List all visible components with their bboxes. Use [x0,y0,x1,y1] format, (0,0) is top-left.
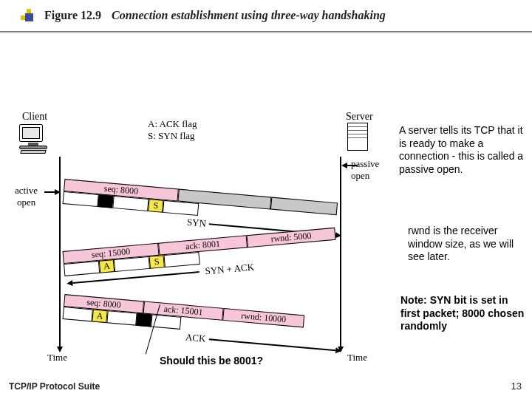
synack-flag-s: S [149,255,165,269]
flag-pad [63,191,99,207]
seq-question: Should this be 8001? [160,355,263,366]
active-open-arrow [44,191,55,193]
slide-header: Figure 12.9 Connection establishment usi… [21,9,517,22]
header-underline [0,31,532,33]
ack-name: ACK [185,332,206,345]
server-icon [347,123,368,151]
rwnd-note: rwnd is the receiver window size, as we … [408,225,526,264]
syn-flag-a-blank [98,194,113,208]
flag-pad [114,256,150,272]
synack-name: SYN + ACK [205,262,255,278]
server-passive-open-note: A server tells its TCP that it is ready … [399,124,529,176]
figure-title: Connection establishment using three-way… [112,9,386,22]
flag-pad [163,252,200,267]
legend-syn: S: SYN flag [148,130,195,142]
synack-flag-a: A [99,259,115,273]
packet-syn: seq: 8000 S SYN [63,179,338,228]
figure-label: Figure 12.9 [44,9,101,22]
flag-pad [163,200,199,216]
client-icon [19,124,47,154]
syn-bit-note: Note: SYN bit is set in first packet; 80… [400,294,526,333]
flag-pad [64,261,100,276]
server-label: Server [346,111,373,123]
time-label-client: Time [47,352,67,364]
syn-name: SYN [186,216,206,230]
ack-flag-a: A [92,309,107,323]
passive-open-arrow [347,165,358,166]
server-timeline [340,157,341,347]
passive-open-label: passive open [351,158,379,182]
packet-ack: seq: 8000ack: 15001rwnd: 10000 A ACK [63,294,305,340]
ack-arrow [209,338,335,350]
client-label: Client [22,111,47,123]
handshake-diagram: Client Server A: ACK flag S: SYN flag Ti… [15,111,406,355]
legend-ack: A: ACK flag [148,118,197,130]
flag-pad [112,196,149,211]
time-label-server: Time [347,352,367,364]
bullet-icon [21,9,34,22]
active-open-label: active open [15,185,38,208]
flag-pad [63,307,93,321]
packet-synack: seq: 15000ack: 8001rwnd: 5000 AS SYN + A… [63,228,338,276]
flag-pad [106,310,137,325]
client-timeline [59,157,61,347]
syn-flag-s: S [148,199,163,213]
ack-flag-s-blank [136,313,151,327]
footer-title: TCP/IP Protocol Suite [9,381,100,392]
page-number: 13 [511,381,522,392]
